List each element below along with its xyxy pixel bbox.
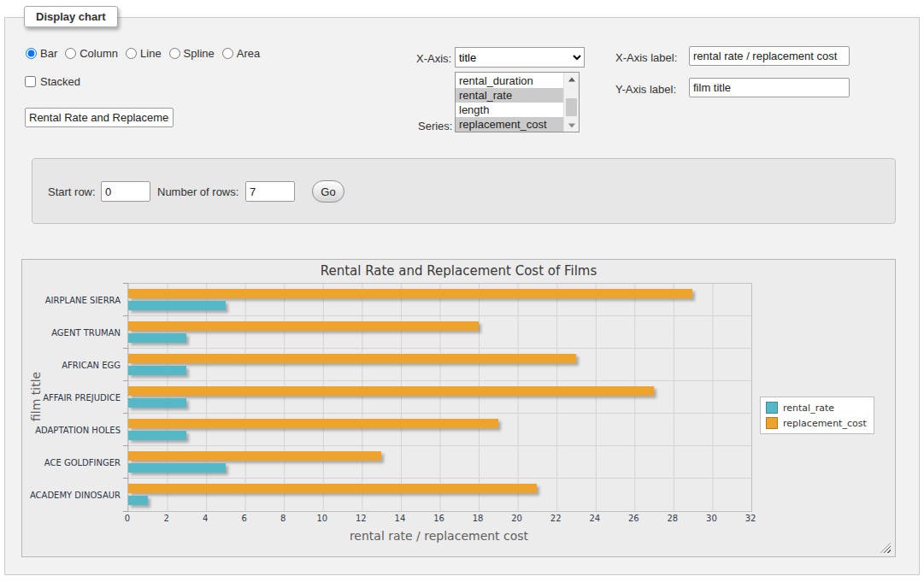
scroll-up-icon — [568, 77, 575, 81]
number-of-rows-label: Number of rows: — [157, 185, 238, 198]
chart-type-label: Bar — [40, 47, 57, 60]
scroll-up-button[interactable] — [564, 73, 579, 85]
x-tick-label: 26 — [628, 514, 639, 523]
chart-category-row: AGENT TRUMAN — [128, 316, 751, 349]
bar-replacement_cost — [128, 321, 479, 331]
start-row-input[interactable] — [101, 181, 150, 202]
x-axis-select[interactable]: title — [455, 47, 585, 68]
category-label: ADAPTATION HOLES — [35, 425, 121, 434]
y-axis-title: film title — [29, 337, 43, 456]
bar-rental_rate — [128, 398, 186, 408]
chart-title: Rental Rate and Replacement Cost of Film… — [22, 263, 895, 279]
chart-type-radio-column[interactable] — [65, 48, 76, 59]
chart-type-option-area[interactable]: Area — [222, 47, 260, 60]
page: Display chart Bar Column Line Spline Are… — [0, 0, 924, 582]
x-tick-label: 16 — [433, 514, 444, 523]
x-tick-label: 4 — [203, 514, 208, 523]
x-tick-label: 20 — [511, 514, 522, 523]
legend-item: rental_rate — [766, 402, 867, 414]
scrollbar-thumb[interactable] — [566, 98, 577, 116]
row-controls-panel: Start row: Number of rows: Go — [32, 158, 896, 224]
chart-category-row: ACADEMY DINOSAUR — [128, 479, 751, 511]
x-tick-label: 18 — [473, 514, 484, 523]
x-tick-label: 0 — [125, 514, 130, 523]
series-option-length[interactable]: length — [456, 103, 564, 117]
bar-replacement_cost — [128, 354, 576, 363]
chart-panel: Rental Rate and Replacement Cost of Film… — [21, 259, 896, 557]
series-option-rental-duration[interactable]: rental_duration — [456, 73, 564, 88]
chart-type-label: Line — [140, 47, 162, 60]
stacked-label: Stacked — [40, 75, 80, 88]
resize-handle-icon[interactable] — [880, 543, 891, 553]
x-tick-label: 8 — [280, 514, 285, 523]
category-label: AIRPLANE SIERRA — [45, 295, 121, 304]
chart-type-radio-bar[interactable] — [26, 48, 37, 59]
chart-type-option-column[interactable]: Column — [65, 47, 118, 60]
x-tick-label: 24 — [589, 514, 600, 523]
bar-replacement_cost — [128, 386, 654, 396]
x-tick-labels: 02468101214161820222426283032 — [127, 514, 750, 526]
bar-replacement_cost — [128, 451, 381, 461]
chart-type-radio-area[interactable] — [222, 48, 233, 59]
chart-type-radio-line[interactable] — [126, 48, 137, 59]
scroll-down-icon — [568, 123, 575, 127]
legend-swatch — [766, 402, 778, 414]
stacked-option[interactable]: Stacked — [25, 75, 80, 88]
bar-replacement_cost — [128, 484, 537, 493]
series-option-replacement-cost[interactable]: replacement_cost — [456, 117, 564, 132]
series-label: Series: — [418, 120, 452, 132]
x-tick-label: 32 — [745, 514, 756, 523]
plot-area: AIRPLANE SIERRAAGENT TRUMANAFRICAN EGGAF… — [127, 283, 752, 512]
category-label: AFRICAN EGG — [62, 360, 121, 369]
chart-type-option-bar[interactable]: Bar — [26, 47, 57, 60]
y-axis-label-input[interactable] — [689, 78, 850, 97]
x-tick-label: 10 — [316, 514, 327, 523]
legend-swatch — [766, 417, 778, 429]
x-tick-label: 6 — [242, 514, 247, 523]
x-tick-label: 22 — [550, 514, 562, 523]
chart-type-label: Area — [237, 47, 260, 60]
x-tick-label: 14 — [395, 514, 406, 523]
start-row-label: Start row: — [48, 185, 96, 198]
chart-type-option-line[interactable]: Line — [126, 47, 162, 60]
stacked-checkbox[interactable] — [25, 76, 36, 87]
category-label: ACE GOLDFINGER — [44, 457, 121, 467]
x-tick-label: 2 — [163, 514, 168, 523]
number-of-rows-input[interactable] — [245, 181, 295, 202]
x-tick-label: 28 — [668, 514, 679, 523]
chart-legend: rental_ratereplacement_cost — [760, 397, 874, 434]
legend-item: replacement_cost — [766, 417, 867, 429]
series-scrollbar[interactable] — [563, 73, 579, 132]
bar-replacement_cost — [128, 419, 498, 428]
bar-rental_rate — [128, 333, 186, 343]
x-axis-label-input[interactable] — [689, 46, 850, 66]
category-label: ACADEMY DINOSAUR — [30, 491, 121, 500]
x-axis-label-field-label: X-Axis label: — [615, 51, 677, 64]
series-listbox[interactable]: rental_duration rental_rate length repla… — [455, 72, 580, 132]
chart-category-row: AFFAIR PREJUDICE — [128, 381, 751, 414]
scroll-down-button[interactable] — [564, 119, 579, 132]
bar-rental_rate — [128, 496, 148, 505]
chart-title-input[interactable] — [25, 108, 174, 127]
category-label: AFFAIR PREJUDICE — [43, 392, 121, 402]
chart-type-radio-group: Bar Column Line Spline Area — [26, 47, 260, 60]
chart-type-label: Spline — [184, 47, 215, 60]
series-options: rental_duration rental_rate length repla… — [456, 73, 564, 132]
x-axis-title: rental rate / replacement cost — [127, 529, 750, 543]
x-axis-select-label: X-Axis: — [416, 52, 451, 65]
bar-rental_rate — [128, 366, 186, 375]
x-tick-label: 30 — [706, 514, 717, 523]
bar-rental_rate — [128, 431, 186, 440]
chart-category-row: AFRICAN EGG — [128, 349, 751, 381]
chart-type-label: Column — [79, 47, 118, 60]
go-button[interactable]: Go — [312, 180, 344, 203]
legend-label: replacement_cost — [783, 418, 867, 429]
chart-type-radio-spline[interactable] — [169, 48, 180, 59]
series-option-rental-rate[interactable]: rental_rate — [456, 88, 564, 103]
chart-category-row: AIRPLANE SIERRA — [128, 284, 751, 316]
bar-replacement_cost — [128, 289, 692, 298]
chart-type-option-spline[interactable]: Spline — [169, 47, 215, 60]
chart-category-row: ACE GOLDFINGER — [128, 446, 751, 479]
chart-category-row: ADAPTATION HOLES — [128, 414, 751, 446]
bar-rental_rate — [128, 301, 226, 310]
